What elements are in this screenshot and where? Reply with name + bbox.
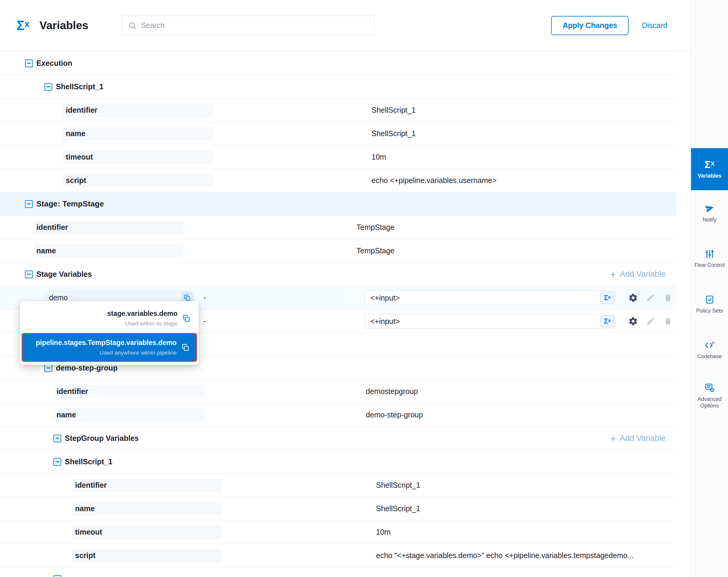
field-key-pill: name xyxy=(72,502,222,516)
delete-icon[interactable] xyxy=(662,316,673,327)
rail-item-codebase[interactable]: Codebase xyxy=(691,327,728,373)
copy-icon[interactable] xyxy=(182,315,190,323)
variable-value-field[interactable] xyxy=(365,317,600,326)
collapse-icon[interactable] xyxy=(25,59,33,67)
field-row-timeout: timeout 10m xyxy=(0,146,676,169)
field-value: TempStage xyxy=(357,246,394,255)
collapse-icon[interactable] xyxy=(53,458,61,466)
copy-icon[interactable] xyxy=(181,344,189,352)
rail-item-label: Advanced Options xyxy=(691,396,728,409)
tree-row-stepgroup-variables[interactable]: StepGroup Variables + Add Variable xyxy=(0,427,676,450)
collapse-icon[interactable] xyxy=(25,271,33,278)
variable-value-input[interactable]: Σˣ xyxy=(365,314,615,328)
rail-item-policy-sets[interactable]: Policy Sets xyxy=(691,282,728,327)
field-row-timeout: timeout 10m xyxy=(0,521,676,544)
field-value: 10m xyxy=(371,153,386,161)
add-variable-label: Add Variable xyxy=(620,270,666,279)
field-row-name: name demo-step-group xyxy=(0,403,676,427)
field-value: ShellScript_1 xyxy=(371,106,416,115)
policy-check-icon xyxy=(705,295,714,304)
field-row-name: name ShellScript_1 xyxy=(0,497,676,521)
field-row-name: name ShellScript_1 xyxy=(0,122,676,146)
variables-logo-icon: Σˣ xyxy=(17,18,29,33)
variable-name: demo xyxy=(49,293,68,302)
edit-icon[interactable] xyxy=(645,316,656,327)
field-row-name: name TempStage xyxy=(0,239,676,262)
field-key-pill: script xyxy=(72,549,222,562)
collapse-icon[interactable] xyxy=(53,575,61,577)
tree-row-stage-variables[interactable]: Stage Variables + Add Variable xyxy=(0,262,676,286)
sliders-icon xyxy=(705,249,714,259)
collapse-icon[interactable] xyxy=(25,200,33,208)
tree-row-execution[interactable]: Execution xyxy=(0,52,676,75)
tree-row-stage[interactable]: Stage: TempStage xyxy=(0,192,676,216)
search-box[interactable] xyxy=(122,16,374,35)
field-key-label: identifier xyxy=(56,387,88,396)
tree-row-shellscript-2[interactable]: ShellScript_1 xyxy=(0,450,676,474)
field-row-script: script echo <+pipeline.variables.usernam… xyxy=(0,169,676,192)
right-rail: Σˣ Variables Notify Flow Control Policy … xyxy=(691,0,728,577)
expression-toggle-icon[interactable]: Σˣ xyxy=(600,315,614,327)
collapse-icon[interactable] xyxy=(45,83,52,91)
expression-toggle-icon[interactable]: Σˣ xyxy=(600,292,614,304)
code-icon xyxy=(704,341,715,350)
rail-item-advanced-options[interactable]: Advanced Options xyxy=(691,373,728,419)
field-row-identifier: identifier ShellScript_1 xyxy=(0,474,676,497)
tree-row-partial[interactable] xyxy=(0,568,676,577)
option-text: stage.variables.demo Used within its sta… xyxy=(107,309,178,327)
settings-icon[interactable] xyxy=(628,293,639,303)
collapse-icon[interactable] xyxy=(53,434,61,442)
discard-button[interactable]: Discard xyxy=(642,21,667,30)
section-label: ShellScript_1 xyxy=(56,82,103,91)
field-key-pill: name xyxy=(63,127,213,140)
section-label: StepGroup Variables xyxy=(65,434,139,443)
option-title: stage.variables.demo xyxy=(107,309,178,318)
variable-row-actions xyxy=(628,316,673,327)
edit-icon[interactable] xyxy=(645,293,656,303)
field-value: demo-step-group xyxy=(366,410,423,419)
field-key-label: identifier xyxy=(66,106,98,115)
page-title: Variables xyxy=(40,19,88,32)
rail-item-flow-control[interactable]: Flow Control xyxy=(691,236,728,282)
rail-item-variables[interactable]: Σˣ Variables xyxy=(691,148,728,190)
field-key-label: timeout xyxy=(75,528,102,536)
minus-glyph xyxy=(27,203,31,204)
field-row-script: script echo "<+stage.variables.demo>" ec… xyxy=(0,544,676,568)
variable-value-field[interactable] xyxy=(365,294,600,302)
add-variable-button[interactable]: + Add Variable xyxy=(610,433,666,444)
page-header: Σˣ Variables Apply Changes Discard xyxy=(0,0,691,51)
variable-type-separator: - xyxy=(203,293,206,302)
rail-item-label: Variables xyxy=(697,173,723,179)
search-input[interactable] xyxy=(141,21,368,30)
field-value: 10m xyxy=(376,528,391,536)
apply-changes-button[interactable]: Apply Changes xyxy=(551,16,629,35)
field-key-pill: identifier xyxy=(63,104,213,117)
delete-icon[interactable] xyxy=(662,293,673,303)
collapse-icon[interactable] xyxy=(45,364,52,372)
variables-icon: Σˣ xyxy=(705,159,714,170)
rail-item-notify[interactable]: Notify xyxy=(691,190,728,236)
add-variable-button[interactable]: + Add Variable xyxy=(610,269,666,279)
minus-glyph xyxy=(27,274,31,275)
variable-reference-option-stage[interactable]: stage.variables.demo Used within its sta… xyxy=(22,305,197,332)
variable-type-separator: - xyxy=(203,317,206,326)
field-key-label: timeout xyxy=(66,153,93,161)
field-value: TempStage xyxy=(357,223,394,232)
settings-icon[interactable] xyxy=(628,316,639,327)
minus-glyph xyxy=(56,461,59,462)
field-key-label: identifier xyxy=(36,223,68,232)
rail-item-label: Policy Sets xyxy=(695,307,724,315)
field-key-pill: identifier xyxy=(53,385,204,398)
field-value: demostepgroup xyxy=(366,387,418,396)
variable-reference-option-pipeline[interactable]: pipeline.stages.TempStage.variables.demo… xyxy=(22,333,197,362)
rail-item-label: Flow Control xyxy=(693,262,726,269)
option-title: pipeline.stages.TempStage.variables.demo xyxy=(36,339,177,347)
field-key-pill: timeout xyxy=(63,151,213,164)
variable-value-input[interactable]: Σˣ xyxy=(365,291,615,305)
paper-plane-icon xyxy=(705,203,715,214)
tree-row-shellscript[interactable]: ShellScript_1 xyxy=(0,75,676,99)
field-key-pill: timeout xyxy=(72,526,222,539)
field-row-identifier: identifier TempStage xyxy=(0,216,676,239)
field-value: ShellScript_1 xyxy=(376,481,420,490)
field-key-pill: script xyxy=(63,174,213,187)
